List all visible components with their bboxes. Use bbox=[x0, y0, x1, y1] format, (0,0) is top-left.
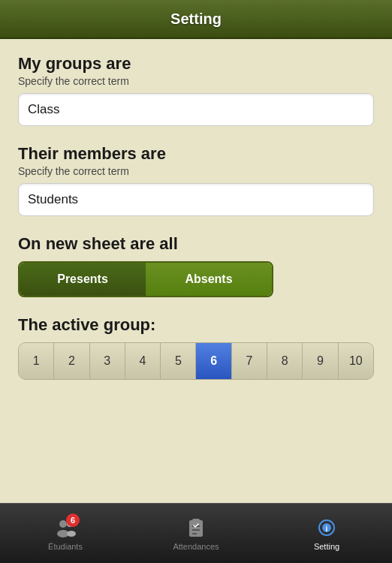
svg-point-3 bbox=[67, 531, 76, 537]
svg-text:i: i bbox=[326, 524, 328, 532]
group-num-2[interactable]: 2 bbox=[54, 343, 89, 379]
header-title: Setting bbox=[170, 11, 222, 28]
attendances-icon bbox=[185, 516, 207, 539]
group-num-6[interactable]: 6 bbox=[196, 343, 231, 379]
group-num-4[interactable]: 4 bbox=[125, 343, 161, 379]
main-content: My groups are Specify the correct term T… bbox=[0, 39, 392, 503]
tab-setting[interactable]: i Setting bbox=[261, 504, 392, 563]
groups-title: My groups are bbox=[18, 54, 374, 74]
etudiants-badge: 6 bbox=[66, 513, 80, 527]
svg-rect-5 bbox=[192, 519, 200, 522]
group-num-5[interactable]: 5 bbox=[161, 343, 196, 379]
tab-etudiants-label: Étudiants bbox=[48, 542, 83, 551]
tab-etudiants[interactable]: 6 Étudiants bbox=[0, 504, 131, 563]
tab-setting-label: Setting bbox=[314, 542, 339, 551]
group-num-3[interactable]: 3 bbox=[90, 343, 125, 379]
groups-input[interactable] bbox=[18, 93, 374, 126]
group-num-7[interactable]: 7 bbox=[232, 343, 267, 379]
groups-subtitle: Specify the correct term bbox=[18, 75, 374, 87]
new-sheet-title: On new sheet are all bbox=[18, 234, 374, 254]
groups-section: My groups are Specify the correct term bbox=[18, 54, 374, 126]
members-subtitle: Specify the correct term bbox=[18, 165, 374, 177]
group-num-1[interactable]: 1 bbox=[19, 343, 54, 379]
presents-button[interactable]: Presents bbox=[20, 263, 146, 296]
setting-icon: i bbox=[315, 516, 338, 539]
group-number-selector: 1 2 3 4 5 6 7 8 9 10 bbox=[18, 342, 374, 380]
absents-button[interactable]: Absents bbox=[146, 263, 272, 296]
new-sheet-section: On new sheet are all Presents Absents bbox=[18, 234, 374, 297]
members-input[interactable] bbox=[18, 183, 374, 216]
group-num-10[interactable]: 10 bbox=[339, 343, 373, 379]
presence-toggle-group: Presents Absents bbox=[18, 261, 273, 297]
members-section: Their members are Specify the correct te… bbox=[18, 144, 374, 216]
app-header: Setting bbox=[0, 0, 392, 39]
members-title: Their members are bbox=[18, 144, 374, 164]
etudiants-icon: 6 bbox=[54, 516, 77, 539]
group-num-8[interactable]: 8 bbox=[267, 343, 303, 379]
tab-attendances[interactable]: Attendances bbox=[131, 504, 261, 563]
tab-attendances-label: Attendances bbox=[173, 542, 219, 551]
active-group-title: The active group: bbox=[18, 315, 374, 335]
group-num-9[interactable]: 9 bbox=[303, 343, 338, 379]
tab-bar: 6 Étudiants Attendances i bbox=[0, 503, 392, 563]
active-group-section: The active group: 1 2 3 4 5 6 7 8 9 10 bbox=[18, 315, 374, 380]
